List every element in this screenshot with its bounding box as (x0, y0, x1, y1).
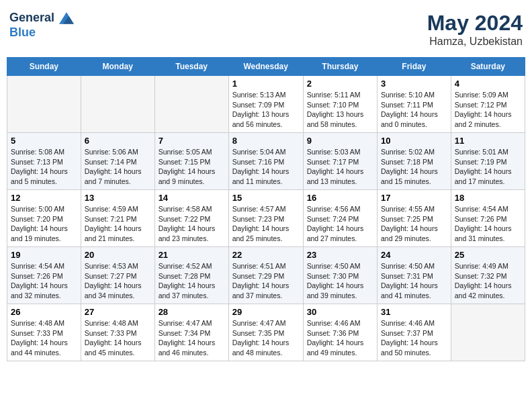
calendar-cell: 5Sunrise: 5:08 AM Sunset: 7:13 PM Daylig… (7, 133, 81, 190)
calendar-cell: 19Sunrise: 4:54 AM Sunset: 7:26 PM Dayli… (7, 247, 81, 304)
day-number: 3 (381, 79, 447, 89)
calendar-cell: 30Sunrise: 4:46 AM Sunset: 7:36 PM Dayli… (303, 304, 377, 361)
day-info: Sunrise: 5:05 AM Sunset: 7:15 PM Dayligh… (159, 147, 225, 187)
day-info: Sunrise: 4:57 AM Sunset: 7:23 PM Dayligh… (232, 204, 300, 244)
day-info: Sunrise: 5:03 AM Sunset: 7:17 PM Dayligh… (307, 147, 373, 187)
day-info: Sunrise: 4:59 AM Sunset: 7:21 PM Dayligh… (85, 204, 151, 244)
col-header-thursday: Thursday (303, 58, 377, 76)
calendar-cell: 8Sunrise: 5:04 AM Sunset: 7:16 PM Daylig… (228, 133, 303, 190)
day-info: Sunrise: 4:48 AM Sunset: 7:33 PM Dayligh… (85, 318, 151, 358)
day-number: 28 (159, 307, 225, 317)
day-number: 23 (307, 250, 373, 260)
day-info: Sunrise: 5:02 AM Sunset: 7:18 PM Dayligh… (381, 147, 447, 187)
calendar-cell: 1Sunrise: 5:13 AM Sunset: 7:09 PM Daylig… (228, 76, 303, 133)
day-info: Sunrise: 4:46 AM Sunset: 7:37 PM Dayligh… (381, 318, 447, 358)
calendar-cell: 9Sunrise: 5:03 AM Sunset: 7:17 PM Daylig… (303, 133, 377, 190)
day-info: Sunrise: 4:58 AM Sunset: 7:22 PM Dayligh… (159, 204, 225, 244)
calendar-table: SundayMondayTuesdayWednesdayThursdayFrid… (7, 57, 525, 361)
calendar-cell: 4Sunrise: 5:09 AM Sunset: 7:12 PM Daylig… (451, 76, 525, 133)
day-number: 16 (307, 193, 373, 203)
day-number: 20 (85, 250, 151, 260)
day-number: 1 (232, 79, 300, 89)
day-info: Sunrise: 4:50 AM Sunset: 7:31 PM Dayligh… (381, 261, 447, 301)
week-row-2: 5Sunrise: 5:08 AM Sunset: 7:13 PM Daylig… (7, 133, 525, 190)
col-header-saturday: Saturday (451, 58, 525, 76)
col-header-wednesday: Wednesday (228, 58, 303, 76)
calendar-cell: 25Sunrise: 4:49 AM Sunset: 7:32 PM Dayli… (451, 247, 525, 304)
week-row-1: 1Sunrise: 5:13 AM Sunset: 7:09 PM Daylig… (7, 76, 525, 133)
day-info: Sunrise: 5:08 AM Sunset: 7:13 PM Dayligh… (11, 147, 77, 187)
day-info: Sunrise: 4:50 AM Sunset: 7:30 PM Dayligh… (307, 261, 373, 301)
calendar-cell: 23Sunrise: 4:50 AM Sunset: 7:30 PM Dayli… (303, 247, 377, 304)
location: Hamza, Uzbekistan (427, 36, 523, 48)
logo-text: General (9, 11, 74, 26)
day-info: Sunrise: 4:53 AM Sunset: 7:27 PM Dayligh… (85, 261, 151, 301)
day-info: Sunrise: 4:51 AM Sunset: 7:29 PM Dayligh… (232, 261, 300, 301)
logo-blue: Blue (9, 26, 74, 40)
calendar-cell: 13Sunrise: 4:59 AM Sunset: 7:21 PM Dayli… (81, 190, 154, 247)
calendar-cell: 31Sunrise: 4:46 AM Sunset: 7:37 PM Dayli… (378, 304, 451, 361)
col-header-sunday: Sunday (7, 58, 81, 76)
calendar-cell: 17Sunrise: 4:55 AM Sunset: 7:25 PM Dayli… (378, 190, 451, 247)
day-number: 5 (11, 136, 77, 146)
week-row-3: 12Sunrise: 5:00 AM Sunset: 7:20 PM Dayli… (7, 190, 525, 247)
day-number: 18 (455, 193, 521, 203)
day-number: 27 (85, 307, 151, 317)
calendar-cell: 15Sunrise: 4:57 AM Sunset: 7:23 PM Dayli… (228, 190, 303, 247)
calendar-cell: 2Sunrise: 5:11 AM Sunset: 7:10 PM Daylig… (303, 76, 377, 133)
day-number: 19 (11, 250, 77, 260)
day-info: Sunrise: 5:10 AM Sunset: 7:11 PM Dayligh… (381, 90, 447, 130)
day-number: 17 (381, 193, 447, 203)
calendar-cell: 6Sunrise: 5:06 AM Sunset: 7:14 PM Daylig… (81, 133, 154, 190)
day-number: 29 (232, 307, 300, 317)
day-info: Sunrise: 5:01 AM Sunset: 7:19 PM Dayligh… (455, 147, 521, 187)
day-info: Sunrise: 4:49 AM Sunset: 7:32 PM Dayligh… (455, 261, 521, 301)
calendar-cell: 12Sunrise: 5:00 AM Sunset: 7:20 PM Dayli… (7, 190, 81, 247)
calendar-cell (81, 76, 154, 133)
day-info: Sunrise: 4:55 AM Sunset: 7:25 PM Dayligh… (381, 204, 447, 244)
day-number: 12 (11, 193, 77, 203)
day-info: Sunrise: 4:56 AM Sunset: 7:24 PM Dayligh… (307, 204, 373, 244)
calendar-cell (7, 76, 81, 133)
day-number: 4 (455, 79, 521, 89)
day-number: 15 (232, 193, 300, 203)
calendar-cell: 21Sunrise: 4:52 AM Sunset: 7:28 PM Dayli… (154, 247, 228, 304)
day-number: 7 (159, 136, 225, 146)
header-row: SundayMondayTuesdayWednesdayThursdayFrid… (7, 58, 525, 76)
day-info: Sunrise: 4:47 AM Sunset: 7:34 PM Dayligh… (159, 318, 225, 358)
day-number: 25 (455, 250, 521, 260)
day-info: Sunrise: 5:13 AM Sunset: 7:09 PM Dayligh… (232, 90, 300, 130)
day-info: Sunrise: 5:09 AM Sunset: 7:12 PM Dayligh… (455, 90, 521, 130)
day-number: 13 (85, 193, 151, 203)
calendar-cell: 10Sunrise: 5:02 AM Sunset: 7:18 PM Dayli… (378, 133, 451, 190)
calendar-cell: 7Sunrise: 5:05 AM Sunset: 7:15 PM Daylig… (154, 133, 228, 190)
calendar-cell: 28Sunrise: 4:47 AM Sunset: 7:34 PM Dayli… (154, 304, 228, 361)
calendar-cell: 14Sunrise: 4:58 AM Sunset: 7:22 PM Dayli… (154, 190, 228, 247)
day-info: Sunrise: 4:52 AM Sunset: 7:28 PM Dayligh… (159, 261, 225, 301)
day-info: Sunrise: 5:06 AM Sunset: 7:14 PM Dayligh… (85, 147, 151, 187)
calendar-cell: 20Sunrise: 4:53 AM Sunset: 7:27 PM Dayli… (81, 247, 154, 304)
day-info: Sunrise: 4:54 AM Sunset: 7:26 PM Dayligh… (11, 261, 77, 301)
calendar-cell (451, 304, 525, 361)
week-row-5: 26Sunrise: 4:48 AM Sunset: 7:33 PM Dayli… (7, 304, 525, 361)
logo-icon (59, 12, 74, 24)
day-number: 22 (232, 250, 300, 260)
day-number: 14 (159, 193, 225, 203)
day-info: Sunrise: 5:04 AM Sunset: 7:16 PM Dayligh… (232, 147, 300, 187)
logo: General Blue (9, 11, 74, 40)
day-number: 26 (11, 307, 77, 317)
day-number: 9 (307, 136, 373, 146)
day-number: 24 (381, 250, 447, 260)
title-block: May 2024 Hamza, Uzbekistan (427, 11, 523, 48)
calendar-cell: 27Sunrise: 4:48 AM Sunset: 7:33 PM Dayli… (81, 304, 154, 361)
day-number: 11 (455, 136, 521, 146)
page-header: General Blue May 2024 Hamza, Uzbekistan (7, 7, 525, 52)
day-info: Sunrise: 4:54 AM Sunset: 7:26 PM Dayligh… (455, 204, 521, 244)
calendar-cell: 29Sunrise: 4:47 AM Sunset: 7:35 PM Dayli… (228, 304, 303, 361)
day-number: 21 (159, 250, 225, 260)
week-row-4: 19Sunrise: 4:54 AM Sunset: 7:26 PM Dayli… (7, 247, 525, 304)
day-info: Sunrise: 4:47 AM Sunset: 7:35 PM Dayligh… (232, 318, 300, 358)
day-number: 6 (85, 136, 151, 146)
day-number: 2 (307, 79, 373, 89)
col-header-tuesday: Tuesday (154, 58, 228, 76)
